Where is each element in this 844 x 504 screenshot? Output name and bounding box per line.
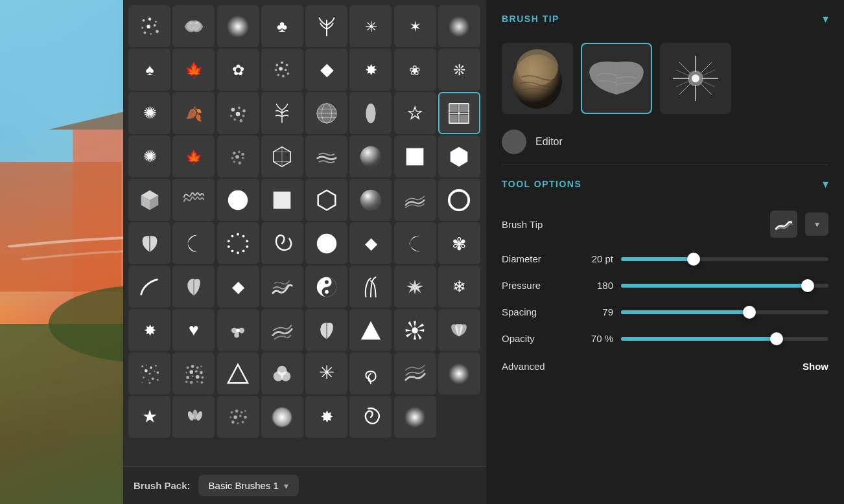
brush-cell-43[interactable] bbox=[261, 222, 303, 264]
brush-cell-50[interactable]: ◆ bbox=[217, 266, 259, 308]
brush-pack-selector[interactable]: Basic Brushes 1 ▾ bbox=[198, 475, 299, 496]
brush-cell-19[interactable] bbox=[261, 92, 303, 134]
brush-cell-6[interactable]: ✶ bbox=[394, 5, 436, 47]
brush-cell-42[interactable] bbox=[217, 222, 259, 264]
brush-cell-5[interactable]: ✳ bbox=[349, 5, 392, 47]
svg-point-71 bbox=[231, 157, 234, 159]
brush-tip-1[interactable] bbox=[502, 43, 573, 114]
brush-cell-28[interactable] bbox=[305, 135, 347, 178]
brush-cell-76[interactable]: ✸ bbox=[305, 396, 347, 438]
brush-cell-48[interactable] bbox=[128, 266, 170, 308]
brush-cell-9[interactable]: 🍁 bbox=[172, 49, 215, 91]
brush-cell-25[interactable]: 🍁 bbox=[172, 135, 215, 178]
brush-cell-22[interactable]: ★ bbox=[394, 92, 436, 134]
brush-cell-12[interactable]: ◆ bbox=[305, 49, 347, 91]
brush-cell-34[interactable] bbox=[217, 179, 259, 221]
brush-cell-3[interactable]: ♣ bbox=[261, 5, 303, 47]
brush-cell-66[interactable] bbox=[217, 352, 259, 395]
pressure-slider[interactable] bbox=[621, 284, 828, 288]
brush-cell-57[interactable]: ♥ bbox=[172, 309, 215, 351]
brush-cell-23[interactable] bbox=[438, 92, 480, 134]
brush-cell-54[interactable] bbox=[394, 266, 436, 308]
brush-cell-61[interactable] bbox=[349, 309, 392, 351]
diameter-thumb[interactable] bbox=[687, 253, 700, 266]
brush-cell-46[interactable] bbox=[394, 222, 436, 264]
brush-tip-3[interactable] bbox=[660, 43, 731, 114]
brush-cell-75[interactable] bbox=[261, 396, 303, 438]
brush-cell-30[interactable] bbox=[394, 135, 436, 178]
brush-cell-31[interactable] bbox=[438, 135, 480, 178]
brush-cell-4[interactable] bbox=[305, 5, 347, 47]
brush-cell-32[interactable] bbox=[128, 179, 170, 221]
brush-tip-2[interactable] bbox=[581, 43, 652, 114]
brush-cell-47[interactable]: ✾ bbox=[438, 222, 480, 264]
brush-cell-33[interactable] bbox=[172, 179, 215, 221]
brush-cell-67[interactable] bbox=[261, 352, 303, 395]
brush-cell-15[interactable]: ❊ bbox=[438, 49, 480, 91]
brush-cell-21[interactable] bbox=[349, 92, 392, 134]
brush-cell-29[interactable] bbox=[349, 135, 392, 178]
brush-cell-77[interactable] bbox=[349, 396, 392, 438]
svg-text:❄: ❄ bbox=[452, 277, 466, 295]
brush-tip-section-header[interactable]: BRUSH TIP ▾ bbox=[486, 0, 844, 38]
brush-cell-24[interactable]: ✺ bbox=[128, 135, 170, 178]
spacing-thumb[interactable] bbox=[743, 306, 756, 319]
brush-cell-14[interactable]: ❀ bbox=[394, 49, 436, 91]
diameter-slider[interactable] bbox=[621, 257, 828, 261]
brush-cell-7[interactable] bbox=[438, 5, 480, 47]
brush-cell-37[interactable] bbox=[349, 179, 392, 221]
brush-cell-72[interactable]: ★ bbox=[128, 396, 170, 438]
editor-circle-icon[interactable] bbox=[502, 130, 526, 154]
spacing-slider[interactable] bbox=[621, 310, 828, 314]
brush-cell-60[interactable] bbox=[305, 309, 347, 351]
brush-cell-40[interactable] bbox=[128, 222, 170, 264]
brush-cell-38[interactable] bbox=[394, 179, 436, 221]
brush-cell-13[interactable]: ✸ bbox=[349, 49, 392, 91]
tool-options-header[interactable]: TOOL OPTIONS ▾ bbox=[486, 165, 844, 203]
pressure-thumb[interactable] bbox=[801, 279, 814, 292]
brush-cell-64[interactable] bbox=[128, 352, 170, 395]
brush-cell-44[interactable] bbox=[305, 222, 347, 264]
brush-cell-56[interactable]: ✸ bbox=[128, 309, 170, 351]
brush-cell-41[interactable] bbox=[172, 222, 215, 264]
brush-cell-59[interactable] bbox=[261, 309, 303, 351]
brush-cell-16[interactable]: ✺ bbox=[128, 92, 170, 134]
brush-tip-preview-icon[interactable] bbox=[770, 211, 797, 238]
brush-cell-71[interactable] bbox=[438, 352, 480, 395]
brush-cell-18[interactable] bbox=[217, 92, 259, 134]
brush-cell-70[interactable] bbox=[394, 352, 436, 395]
brush-cell-73[interactable] bbox=[172, 396, 215, 438]
brush-cell-17[interactable]: 🍂 bbox=[172, 92, 215, 134]
opacity-thumb[interactable] bbox=[770, 332, 783, 345]
canvas-area[interactable]: ♣✳✶♠🍁✿◆✸❀❊✺🍂★✺🍁◆✾◆❄✸♥✳★✸ Brush Pack: Bas… bbox=[0, 0, 486, 504]
brush-cell-68[interactable]: ✳ bbox=[305, 352, 347, 395]
opacity-slider[interactable] bbox=[621, 337, 828, 341]
brush-cell-36[interactable] bbox=[305, 179, 347, 221]
brush-cell-20[interactable] bbox=[305, 92, 347, 134]
brush-cell-69[interactable] bbox=[349, 352, 392, 395]
brush-cell-10[interactable]: ✿ bbox=[217, 49, 259, 91]
brush-cell-27[interactable] bbox=[261, 135, 303, 178]
brush-tip-dropdown[interactable]: ▾ bbox=[805, 212, 828, 236]
brush-cell-74[interactable] bbox=[217, 396, 259, 438]
brush-cell-63[interactable] bbox=[438, 309, 480, 351]
brush-cell-65[interactable] bbox=[172, 352, 215, 395]
brush-cell-49[interactable] bbox=[172, 266, 215, 308]
brush-cell-1[interactable] bbox=[172, 5, 215, 47]
brush-cell-58[interactable] bbox=[217, 309, 259, 351]
brush-cell-53[interactable] bbox=[349, 266, 392, 308]
brush-cell-35[interactable] bbox=[261, 179, 303, 221]
brush-cell-8[interactable]: ♠ bbox=[128, 49, 170, 91]
brush-cell-0[interactable] bbox=[128, 5, 170, 47]
brush-cell-26[interactable] bbox=[217, 135, 259, 178]
brush-cell-2[interactable] bbox=[217, 5, 259, 47]
brush-cell-39[interactable] bbox=[438, 179, 480, 221]
brush-cell-51[interactable] bbox=[261, 266, 303, 308]
brush-cell-45[interactable]: ◆ bbox=[349, 222, 392, 264]
brush-cell-55[interactable]: ❄ bbox=[438, 266, 480, 308]
brush-cell-11[interactable] bbox=[261, 49, 303, 91]
advanced-show-button[interactable]: Show bbox=[803, 361, 828, 372]
brush-cell-78[interactable] bbox=[394, 396, 436, 438]
brush-cell-52[interactable] bbox=[305, 266, 347, 308]
brush-cell-62[interactable] bbox=[394, 309, 436, 351]
